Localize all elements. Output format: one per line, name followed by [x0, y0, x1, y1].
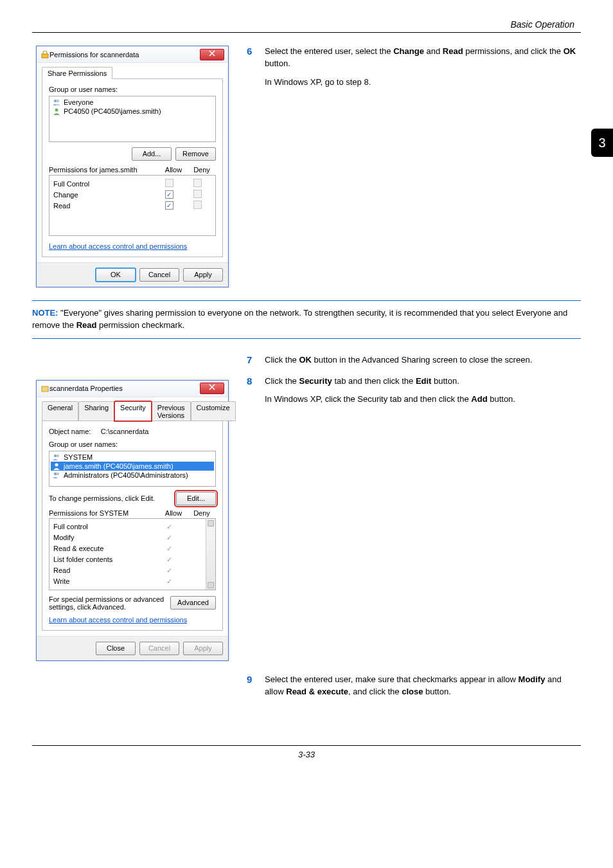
allow-checkbox[interactable]	[165, 179, 173, 187]
dialog-title: scannerdata Properties	[49, 384, 200, 392]
tab-sharing[interactable]: Sharing	[78, 401, 114, 421]
cancel-button[interactable]: Cancel	[139, 642, 179, 655]
allow-tick-icon: ✓	[166, 577, 172, 585]
allow-tick-icon: ✓	[166, 545, 172, 552]
deny-checkbox[interactable]	[193, 179, 202, 187]
user-icon	[52, 462, 61, 470]
step-number: 7	[247, 354, 256, 366]
remove-button[interactable]: Remove	[175, 147, 216, 161]
step-text-bold: OK	[299, 355, 312, 365]
allow-checkbox[interactable]: ✓	[165, 201, 173, 210]
col-deny: Deny	[188, 509, 216, 517]
tab-share-permissions[interactable]: Share Permissions	[42, 67, 112, 79]
close-button[interactable]	[200, 383, 224, 394]
edit-button[interactable]: Edit...	[176, 492, 216, 505]
deny-checkbox[interactable]	[193, 190, 202, 198]
perm-label: Full control	[53, 523, 155, 530]
advanced-button[interactable]: Advanced	[170, 596, 216, 610]
perm-row: Read ✓	[53, 200, 211, 211]
user-listbox[interactable]: Everyone PC4050 (PC4050\james.smith)	[49, 96, 216, 142]
object-name-value: C:\scannerdata	[101, 428, 149, 435]
allow-tick-icon: ✓	[166, 556, 172, 563]
ok-button[interactable]: OK	[96, 268, 136, 282]
note-text: permission checkmark.	[96, 320, 184, 330]
object-name-label: Object name:	[49, 428, 91, 435]
perm-label: List folder contents	[53, 556, 155, 563]
svg-point-7	[55, 463, 58, 466]
step-number: 6	[247, 46, 256, 89]
list-item[interactable]: SYSTEM	[51, 453, 214, 462]
deny-checkbox[interactable]	[193, 201, 202, 209]
step-text: Select the entered user, select the	[265, 46, 393, 56]
allow-tick-icon: ✓	[166, 523, 172, 530]
col-allow: Allow	[159, 166, 188, 174]
svg-rect-4	[42, 386, 48, 392]
group-label: Group or user names:	[49, 440, 216, 448]
close-button[interactable]	[200, 49, 224, 60]
dialog-title: Permissions for scannerdata	[49, 51, 200, 59]
apply-button[interactable]: Apply	[183, 268, 223, 282]
page-footer: 3-33	[32, 745, 581, 759]
scroll-up-button[interactable]	[208, 520, 214, 527]
list-item[interactable]: PC4050 (PC4050\james.smith)	[51, 107, 214, 116]
list-item-label: Everyone	[64, 98, 93, 106]
perm-label: Change	[53, 191, 155, 199]
step-subtext: In Windows XP, go to step 8.	[265, 77, 581, 89]
list-item[interactable]: Administrators (PC4050\Administrators)	[51, 471, 214, 480]
step-text: and	[424, 46, 443, 56]
step-text: button.	[265, 59, 290, 68]
scroll-down-button[interactable]	[208, 582, 214, 588]
group-icon	[52, 453, 61, 461]
svg-point-1	[54, 100, 57, 102]
step-6: 6 Select the entered user, select the Ch…	[247, 46, 581, 89]
step-text-bold: Security	[299, 376, 332, 386]
perm-label: Full Control	[53, 180, 155, 188]
list-item[interactable]: Everyone	[51, 98, 214, 107]
note-label: NOTE:	[32, 308, 58, 318]
permissions-for-label: Permissions for james.smith	[49, 166, 159, 174]
tab-previous-versions[interactable]: Previous Versions	[152, 401, 191, 421]
perm-label: Read	[53, 202, 155, 210]
step-text: button.	[431, 376, 459, 386]
change-permissions-text: To change permissions, click Edit.	[49, 494, 171, 502]
step-text: button.	[423, 687, 450, 696]
cancel-button[interactable]: Cancel	[139, 268, 179, 282]
learn-link[interactable]: Learn about access control and permissio…	[49, 616, 187, 624]
step-text-bold: Edit	[416, 376, 432, 386]
step-text-bold: OK	[564, 46, 576, 56]
tab-customize[interactable]: Customize	[191, 401, 236, 421]
tab-security[interactable]: Security	[114, 401, 152, 421]
tab-general[interactable]: General	[42, 401, 78, 421]
svg-point-5	[54, 454, 57, 457]
list-item-label: Administrators (PC4050\Administrators)	[64, 471, 188, 479]
list-item[interactable]: james.smith (PC4050\james.smith)	[51, 462, 214, 471]
chapter-tab: 3	[591, 129, 613, 157]
group-icon	[52, 98, 61, 106]
step-9: 9 Select the entered user, make sure tha…	[247, 674, 581, 698]
group-icon	[52, 471, 61, 479]
properties-dialog: scannerdata Properties General Sharing S…	[36, 380, 229, 661]
perm-row: Full Control	[53, 178, 211, 189]
step-text: Select the entered user, make sure that …	[265, 674, 519, 684]
perm-row: Change ✓	[53, 189, 211, 200]
step-subtext: button.	[488, 394, 515, 404]
list-item-label: PC4050 (PC4050\james.smith)	[64, 107, 161, 115]
allow-checkbox[interactable]: ✓	[165, 190, 173, 199]
step-text-bold: Read	[443, 46, 463, 56]
apply-button[interactable]: Apply	[183, 642, 223, 655]
col-deny: Deny	[188, 166, 216, 174]
close-button[interactable]: Close	[96, 642, 136, 655]
permissions-dialog: Permissions for scannerdata Share Permis…	[36, 46, 229, 287]
user-listbox[interactable]: SYSTEM james.smith (PC4050\james.smith) …	[49, 451, 216, 487]
add-button[interactable]: Add...	[132, 147, 172, 161]
dialog-icon	[40, 384, 49, 392]
step-text-bold: close	[402, 687, 423, 696]
step-text: button in the Advanced Sharing screen to…	[312, 355, 532, 365]
allow-tick-icon: ✓	[166, 534, 172, 541]
learn-link[interactable]: Learn about access control and permissio…	[49, 242, 187, 250]
step-text-bold: Add	[471, 394, 487, 404]
permissions-for-label: Permissions for SYSTEM	[49, 509, 159, 517]
perm-label: Write	[53, 577, 155, 585]
svg-point-8	[54, 472, 57, 475]
svg-point-6	[57, 454, 59, 457]
